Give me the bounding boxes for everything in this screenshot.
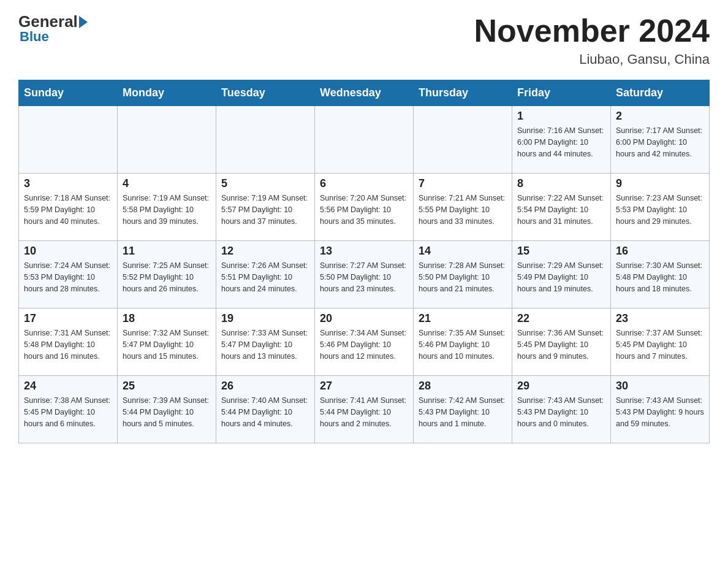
- calendar-cell: 23Sunrise: 7:37 AM Sunset: 5:45 PM Dayli…: [611, 308, 710, 376]
- title-area: November 2024 Liubao, Gansu, China: [474, 12, 710, 67]
- day-number: 4: [123, 177, 211, 190]
- calendar-cell: 27Sunrise: 7:41 AM Sunset: 5:44 PM Dayli…: [315, 376, 414, 443]
- day-info: Sunrise: 7:19 AM Sunset: 5:57 PM Dayligh…: [221, 193, 309, 227]
- day-of-week-header: Monday: [118, 80, 216, 106]
- day-info: Sunrise: 7:25 AM Sunset: 5:52 PM Dayligh…: [123, 260, 211, 294]
- calendar-cell: 19Sunrise: 7:33 AM Sunset: 5:47 PM Dayli…: [216, 308, 315, 376]
- calendar-cell: [118, 106, 216, 174]
- day-info: Sunrise: 7:27 AM Sunset: 5:50 PM Dayligh…: [320, 260, 408, 294]
- day-info: Sunrise: 7:41 AM Sunset: 5:44 PM Dayligh…: [320, 395, 408, 429]
- day-info: Sunrise: 7:19 AM Sunset: 5:58 PM Dayligh…: [123, 193, 211, 227]
- day-number: 16: [616, 245, 704, 258]
- logo-triangle-icon: [79, 16, 88, 28]
- calendar-week-row: 17Sunrise: 7:31 AM Sunset: 5:48 PM Dayli…: [19, 308, 710, 376]
- day-number: 20: [320, 312, 408, 325]
- day-of-week-header: Sunday: [19, 80, 118, 106]
- day-number: 19: [221, 312, 309, 325]
- day-of-week-header: Saturday: [611, 80, 710, 106]
- day-info: Sunrise: 7:32 AM Sunset: 5:47 PM Dayligh…: [123, 327, 211, 362]
- day-info: Sunrise: 7:26 AM Sunset: 5:51 PM Dayligh…: [221, 260, 309, 294]
- calendar-cell: 14Sunrise: 7:28 AM Sunset: 5:50 PM Dayli…: [414, 241, 512, 308]
- day-number: 10: [24, 245, 112, 258]
- calendar-header-row: SundayMondayTuesdayWednesdayThursdayFrid…: [19, 80, 710, 106]
- calendar-cell: 7Sunrise: 7:21 AM Sunset: 5:55 PM Daylig…: [414, 174, 512, 241]
- calendar-cell: 30Sunrise: 7:43 AM Sunset: 5:43 PM Dayli…: [611, 376, 710, 443]
- day-info: Sunrise: 7:37 AM Sunset: 5:45 PM Dayligh…: [616, 327, 704, 362]
- calendar-cell: 18Sunrise: 7:32 AM Sunset: 5:47 PM Dayli…: [118, 308, 216, 376]
- day-number: 13: [320, 245, 408, 258]
- calendar-cell: 11Sunrise: 7:25 AM Sunset: 5:52 PM Dayli…: [118, 241, 216, 308]
- day-info: Sunrise: 7:42 AM Sunset: 5:43 PM Dayligh…: [419, 395, 507, 429]
- calendar-week-row: 3Sunrise: 7:18 AM Sunset: 5:59 PM Daylig…: [19, 174, 710, 241]
- day-number: 3: [24, 177, 112, 190]
- calendar-cell: 22Sunrise: 7:36 AM Sunset: 5:45 PM Dayli…: [512, 308, 611, 376]
- header: General Blue November 2024 Liubao, Gansu…: [18, 12, 710, 67]
- day-info: Sunrise: 7:17 AM Sunset: 6:00 PM Dayligh…: [616, 125, 704, 159]
- calendar-cell: 8Sunrise: 7:22 AM Sunset: 5:54 PM Daylig…: [512, 174, 611, 241]
- day-number: 15: [517, 245, 605, 258]
- calendar-cell: 10Sunrise: 7:24 AM Sunset: 5:53 PM Dayli…: [19, 241, 118, 308]
- day-info: Sunrise: 7:40 AM Sunset: 5:44 PM Dayligh…: [221, 395, 309, 429]
- calendar-cell: 24Sunrise: 7:38 AM Sunset: 5:45 PM Dayli…: [19, 376, 118, 443]
- calendar-cell: 1Sunrise: 7:16 AM Sunset: 6:00 PM Daylig…: [512, 106, 611, 174]
- day-info: Sunrise: 7:43 AM Sunset: 5:43 PM Dayligh…: [616, 395, 704, 429]
- calendar-cell: 6Sunrise: 7:20 AM Sunset: 5:56 PM Daylig…: [315, 174, 414, 241]
- day-number: 22: [517, 312, 605, 325]
- day-number: 30: [616, 380, 704, 393]
- calendar-cell: 28Sunrise: 7:42 AM Sunset: 5:43 PM Dayli…: [414, 376, 512, 443]
- calendar-cell: [19, 106, 118, 174]
- day-info: Sunrise: 7:29 AM Sunset: 5:49 PM Dayligh…: [517, 260, 605, 294]
- calendar-cell: 5Sunrise: 7:19 AM Sunset: 5:57 PM Daylig…: [216, 174, 315, 241]
- day-number: 1: [517, 110, 605, 123]
- calendar: SundayMondayTuesdayWednesdayThursdayFrid…: [18, 80, 710, 443]
- calendar-cell: 4Sunrise: 7:19 AM Sunset: 5:58 PM Daylig…: [118, 174, 216, 241]
- calendar-cell: 2Sunrise: 7:17 AM Sunset: 6:00 PM Daylig…: [611, 106, 710, 174]
- day-info: Sunrise: 7:23 AM Sunset: 5:53 PM Dayligh…: [616, 193, 704, 227]
- calendar-week-row: 1Sunrise: 7:16 AM Sunset: 6:00 PM Daylig…: [19, 106, 710, 174]
- day-info: Sunrise: 7:35 AM Sunset: 5:46 PM Dayligh…: [419, 327, 507, 362]
- day-number: 23: [616, 312, 704, 325]
- day-number: 12: [221, 245, 309, 258]
- day-number: 11: [123, 245, 211, 258]
- logo-blue-text: Blue: [20, 29, 49, 45]
- day-info: Sunrise: 7:30 AM Sunset: 5:48 PM Dayligh…: [616, 260, 704, 294]
- day-number: 2: [616, 110, 704, 123]
- day-info: Sunrise: 7:39 AM Sunset: 5:44 PM Dayligh…: [123, 395, 211, 429]
- day-number: 14: [419, 245, 507, 258]
- day-info: Sunrise: 7:31 AM Sunset: 5:48 PM Dayligh…: [24, 327, 112, 362]
- calendar-cell: [216, 106, 315, 174]
- day-of-week-header: Friday: [512, 80, 611, 106]
- calendar-cell: [414, 106, 512, 174]
- day-number: 27: [320, 380, 408, 393]
- day-number: 5: [221, 177, 309, 190]
- day-of-week-header: Thursday: [414, 80, 512, 106]
- month-title: November 2024: [474, 12, 710, 49]
- day-info: Sunrise: 7:38 AM Sunset: 5:45 PM Dayligh…: [24, 395, 112, 429]
- day-info: Sunrise: 7:24 AM Sunset: 5:53 PM Dayligh…: [24, 260, 112, 294]
- day-info: Sunrise: 7:21 AM Sunset: 5:55 PM Dayligh…: [419, 193, 507, 227]
- calendar-cell: [315, 106, 414, 174]
- logo: General Blue: [18, 12, 89, 45]
- day-of-week-header: Wednesday: [315, 80, 414, 106]
- calendar-cell: 21Sunrise: 7:35 AM Sunset: 5:46 PM Dayli…: [414, 308, 512, 376]
- day-number: 8: [517, 177, 605, 190]
- day-number: 18: [123, 312, 211, 325]
- calendar-cell: 15Sunrise: 7:29 AM Sunset: 5:49 PM Dayli…: [512, 241, 611, 308]
- calendar-cell: 3Sunrise: 7:18 AM Sunset: 5:59 PM Daylig…: [19, 174, 118, 241]
- calendar-cell: 13Sunrise: 7:27 AM Sunset: 5:50 PM Dayli…: [315, 241, 414, 308]
- calendar-cell: 29Sunrise: 7:43 AM Sunset: 5:43 PM Dayli…: [512, 376, 611, 443]
- day-number: 21: [419, 312, 507, 325]
- calendar-week-row: 10Sunrise: 7:24 AM Sunset: 5:53 PM Dayli…: [19, 241, 710, 308]
- calendar-cell: 26Sunrise: 7:40 AM Sunset: 5:44 PM Dayli…: [216, 376, 315, 443]
- day-number: 17: [24, 312, 112, 325]
- day-info: Sunrise: 7:18 AM Sunset: 5:59 PM Dayligh…: [24, 193, 112, 227]
- day-number: 6: [320, 177, 408, 190]
- day-number: 25: [123, 380, 211, 393]
- day-info: Sunrise: 7:28 AM Sunset: 5:50 PM Dayligh…: [419, 260, 507, 294]
- calendar-cell: 12Sunrise: 7:26 AM Sunset: 5:51 PM Dayli…: [216, 241, 315, 308]
- day-info: Sunrise: 7:16 AM Sunset: 6:00 PM Dayligh…: [517, 125, 605, 159]
- calendar-cell: 9Sunrise: 7:23 AM Sunset: 5:53 PM Daylig…: [611, 174, 710, 241]
- calendar-cell: 16Sunrise: 7:30 AM Sunset: 5:48 PM Dayli…: [611, 241, 710, 308]
- calendar-cell: 20Sunrise: 7:34 AM Sunset: 5:46 PM Dayli…: [315, 308, 414, 376]
- day-number: 7: [419, 177, 507, 190]
